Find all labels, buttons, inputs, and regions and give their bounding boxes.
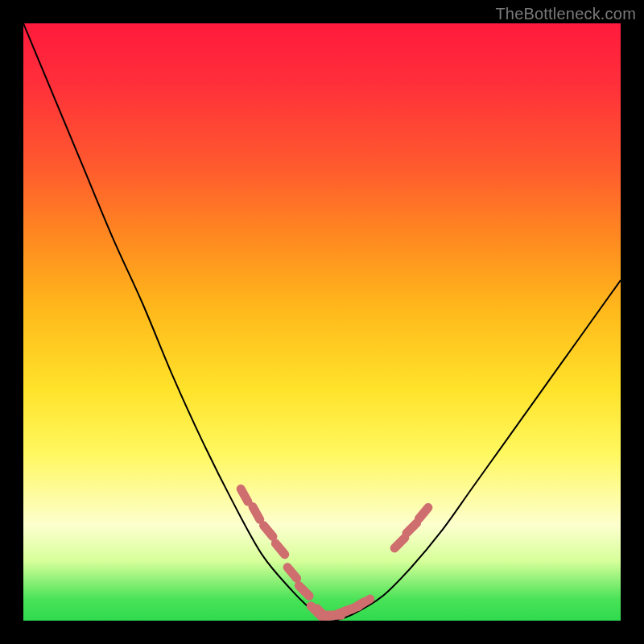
chart-frame: TheBottleneck.com [0,0,644,644]
data-marker [253,507,260,520]
data-marker [287,568,297,579]
data-marker [241,489,248,502]
curve-layer [23,23,621,621]
bottleneck-curve [23,23,621,621]
data-marker [263,526,273,537]
data-marker [275,543,285,555]
data-marker [394,538,405,548]
data-marker [419,508,428,519]
plot-area [23,23,621,621]
watermark-text: TheBottleneck.com [495,5,636,23]
data-marker [407,523,417,534]
data-marker [299,586,309,597]
